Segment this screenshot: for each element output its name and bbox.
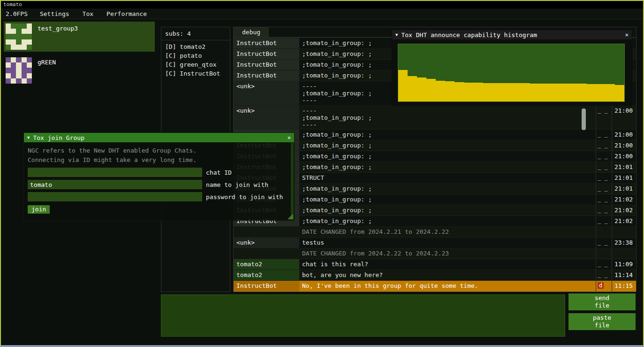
join-field-row: chat ID — [28, 168, 290, 177]
chat-flags: d — [596, 281, 612, 291]
histogram-bar — [426, 79, 436, 101]
join-input-name-to-join-with[interactable] — [28, 180, 202, 189]
avatar-pixel — [11, 62, 16, 68]
avatar-pixel — [16, 34, 21, 39]
subs-member[interactable]: [D] tomato2 — [161, 42, 230, 51]
avatar-pixel — [6, 29, 11, 34]
send-file-button[interactable]: send file — [568, 293, 636, 310]
chat-timestamp: 21:02 — [612, 205, 636, 216]
chat-flags: _ _ — [596, 216, 612, 226]
avatar-pixel — [16, 29, 21, 34]
menu-item-performance[interactable]: Performance — [100, 10, 153, 17]
titlebar: tomato — [1, 1, 643, 8]
join-field-label: password to join with — [206, 193, 283, 200]
histogram-bar — [615, 85, 624, 101]
chat-row[interactable]: tomato2bot, are you new here?_ _11:14 — [234, 270, 636, 281]
join-input-chat-ID[interactable] — [28, 168, 202, 177]
menu-item-tox[interactable]: Tox — [76, 10, 100, 17]
avatar-pixel — [27, 34, 32, 39]
histogram-bar — [408, 76, 417, 101]
join-fields: chat IDname to join withpassword to join… — [28, 168, 290, 201]
avatar-pixel — [27, 73, 32, 78]
subs-member[interactable]: [C] InstructBot — [161, 69, 230, 78]
chat-message: ;tomato_in_group: ; — [299, 130, 596, 140]
avatar-pixel — [27, 68, 32, 73]
chat-sender: tomato2 — [234, 259, 299, 270]
paste-file-button[interactable]: paste file — [568, 313, 636, 330]
avatar-pixel — [16, 39, 21, 45]
histogram-window-title: Tox DHT announce capability histogram — [401, 31, 621, 39]
group-item-green[interactable]: gREEN — [4, 55, 155, 85]
histogram-window-titlebar[interactable]: ▼ Tox DHT announce capability histogram … — [392, 30, 632, 39]
message-input[interactable] — [161, 294, 565, 337]
chat-scrollbar[interactable] — [582, 108, 586, 130]
join-field-row: name to join with — [28, 180, 290, 189]
avatar-pixel — [6, 39, 11, 45]
histogram-bar — [539, 84, 549, 101]
fps-counter: 2.0FPS — [1, 10, 33, 17]
join-window-title: Tox join Group — [33, 134, 284, 141]
group-name: test_group3 — [38, 23, 78, 50]
avatar-pixel — [22, 57, 27, 62]
chat-row[interactable]: <unk>---- ;tomato_in_group: ; ----_ _21:… — [234, 106, 636, 130]
tab-debug[interactable]: debug — [234, 27, 269, 37]
histogram-bar — [436, 81, 445, 101]
delivered-flag: d — [598, 282, 604, 289]
histogram-bar — [558, 84, 568, 101]
chat-row[interactable]: DATE CHANGED from 2024.2.22 to 2024.2.23 — [234, 248, 636, 259]
menu-item-settings[interactable]: Settings — [33, 10, 76, 17]
chat-timestamp: 21:01 — [612, 184, 636, 194]
join-info-line: Connecting via ID might take a very long… — [28, 155, 290, 165]
histogram-bar — [549, 84, 558, 101]
chat-timestamp: 21:00 — [612, 130, 636, 140]
chat-message: No, I've been in this group for quite so… — [299, 281, 596, 291]
histogram-bar — [596, 84, 606, 101]
histogram-bar — [577, 84, 586, 101]
chat-row[interactable]: <unk>testus_ _23:38 — [234, 238, 636, 248]
avatar-pixel — [6, 78, 11, 84]
group-item-test_group3[interactable]: test_group3 — [4, 22, 155, 52]
histogram-plot — [398, 44, 625, 102]
collapse-arrow-icon[interactable]: ▼ — [395, 32, 398, 37]
avatar-pixel — [6, 57, 11, 62]
chat-timestamp: 21:00 — [612, 151, 636, 162]
avatar-pixel — [22, 45, 27, 50]
chat-message: STRUCT — [299, 173, 596, 183]
histogram-bar — [511, 83, 521, 101]
avatar-pixel — [27, 23, 32, 29]
join-window-scroll-track[interactable] — [291, 143, 294, 220]
chat-flags: _ _ — [596, 151, 612, 162]
chat-flags: _ _ — [596, 130, 612, 140]
avatar-pixel — [11, 39, 16, 45]
chat-sender: InstructBot — [234, 70, 299, 81]
join-input-password-to-join-with[interactable] — [28, 192, 202, 201]
chat-sender — [234, 227, 299, 237]
chat-timestamp: 11:15 — [612, 281, 636, 291]
chat-flags: _ _ — [596, 140, 612, 151]
avatar-pixel — [16, 68, 21, 73]
avatar-pixel — [6, 73, 11, 78]
collapse-arrow-icon[interactable]: ▼ — [27, 135, 30, 140]
join-button[interactable]: join — [28, 205, 50, 214]
subs-member[interactable]: [C] potato — [161, 51, 230, 60]
join-window-titlebar[interactable]: ▼ Tox join Group ✕ — [24, 133, 294, 142]
close-icon[interactable]: ✕ — [625, 31, 629, 38]
avatar-pixel — [27, 78, 32, 84]
avatar-pixel — [11, 29, 16, 34]
chat-flags: _ _ — [596, 238, 612, 248]
avatar-pixel — [22, 34, 27, 39]
histogram-bar — [455, 82, 464, 101]
close-icon[interactable]: ✕ — [288, 134, 291, 141]
subs-member[interactable]: [C] green_qtox — [161, 60, 230, 69]
resize-grip-icon[interactable] — [288, 214, 293, 219]
chat-timestamp: 11:14 — [612, 270, 636, 280]
chat-row[interactable]: InstructBotNo, I've been in this group f… — [234, 281, 636, 292]
chat-row[interactable]: tomato2chat is this real?_ _11:09 — [234, 259, 636, 270]
histogram-bar — [606, 84, 615, 101]
avatar-pixel — [11, 34, 16, 39]
avatar-pixel — [11, 73, 16, 78]
histogram-bar — [398, 70, 408, 101]
chat-row[interactable]: DATE CHANGED from 2024.2.21 to 2024.2.22 — [234, 227, 636, 238]
avatar-pixel — [6, 62, 11, 68]
menu-items: SettingsToxPerformance — [33, 8, 153, 19]
